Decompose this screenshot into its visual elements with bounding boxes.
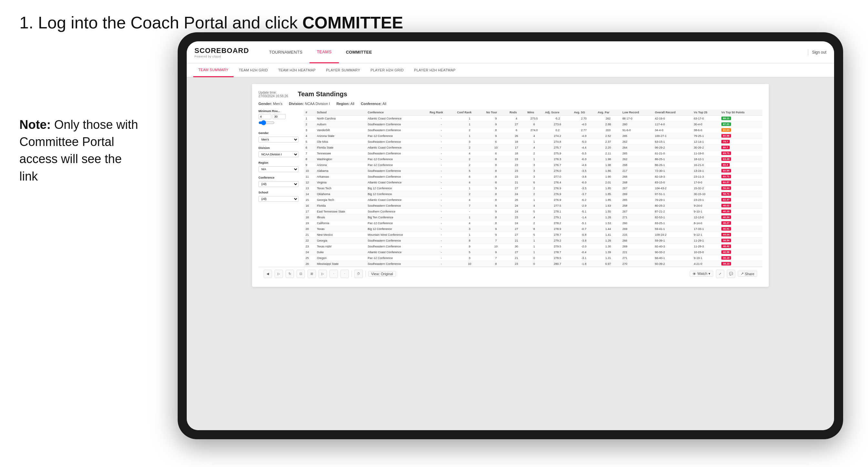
cell-rnds: 27 bbox=[508, 232, 526, 238]
toolbar-grid-btn[interactable]: ⊞ bbox=[308, 270, 316, 278]
watch-label: Watch ▾ bbox=[698, 272, 710, 276]
col-top25: Vs Top 25 bbox=[692, 110, 719, 116]
sub-nav-player-h2h-grid[interactable]: PLAYER H2H GRID bbox=[365, 63, 409, 77]
toolbar-divider bbox=[351, 271, 352, 277]
table-row: 1 North Carolina Atlantic Coast Conferen… bbox=[304, 116, 763, 121]
toolbar-back-btn[interactable]: ◀ bbox=[264, 270, 272, 278]
cell-avg-par: 1.30 bbox=[596, 244, 620, 249]
share-btn[interactable]: ↗ Share bbox=[738, 271, 757, 277]
cell-low-record: 270 bbox=[621, 261, 653, 267]
region-filter-label: Region bbox=[258, 161, 299, 164]
cell-conf-rank: - bbox=[455, 209, 484, 214]
sub-nav-team-h2h-grid[interactable]: TEAM H2H GRID bbox=[234, 63, 273, 77]
toolbar-copy-btn[interactable]: ⊡ bbox=[297, 270, 305, 278]
toolbar-clock-btn[interactable]: ⏱ bbox=[354, 270, 363, 278]
cell-pts: 48.02 bbox=[719, 203, 763, 209]
cell-conf-rank: 2 bbox=[455, 145, 484, 151]
cell-pts: 58.71 bbox=[719, 191, 763, 197]
region-select[interactable]: N/A bbox=[258, 166, 299, 172]
nav-teams[interactable]: TEAMS bbox=[309, 41, 339, 63]
logo-area: SCOREBOARD Powered by clippd bbox=[194, 46, 249, 58]
toolbar-dot1-btn[interactable]: · bbox=[330, 270, 338, 278]
view-original-btn[interactable]: View: Original bbox=[368, 271, 396, 277]
min-rounds-input[interactable] bbox=[258, 114, 271, 119]
cell-low-record: 269 bbox=[621, 244, 653, 249]
cell-rnds: 4 bbox=[508, 116, 526, 121]
watch-btn[interactable]: 👁 Watch ▾ bbox=[690, 271, 713, 277]
gender-select[interactable]: Men's bbox=[258, 136, 299, 143]
nav-committee[interactable]: COMMITTEE bbox=[339, 41, 379, 63]
cell-reg-rank: - bbox=[428, 232, 455, 238]
cell-pts: 60.94 bbox=[719, 168, 763, 174]
toolbar-forward-btn[interactable]: ▷ bbox=[275, 270, 283, 278]
cell-school: Arizona State bbox=[315, 133, 366, 139]
report-title: Team Standings bbox=[298, 90, 347, 98]
cell-no-tour: 9 bbox=[484, 121, 508, 127]
cell-avg-par: 1.55 bbox=[596, 209, 620, 214]
cell-low-record: 268 bbox=[621, 174, 653, 180]
sub-nav-team-summary[interactable]: TEAM SUMMARY bbox=[193, 63, 234, 77]
tablet-frame: SCOREBOARD Powered by clippd TOURNAMENTS… bbox=[178, 32, 843, 439]
sub-nav-team-h2h-heatmap[interactable]: TEAM H2H HEATMAP bbox=[273, 63, 321, 77]
filter-sidebar: Minimum Rou... Gender Men's bbox=[258, 110, 304, 267]
toolbar-comment-btn[interactable]: 💬 bbox=[727, 270, 735, 278]
report-panel: Update time: 27/03/2024 16:56:26 Team St… bbox=[252, 84, 769, 287]
cell-avg-par: 2.37 bbox=[596, 139, 620, 145]
cell-avg-sg: -3.8 bbox=[572, 238, 596, 244]
cell-reg-rank: - bbox=[428, 156, 455, 162]
conference-select[interactable]: (All) bbox=[258, 181, 299, 187]
cell-low-record: 268 bbox=[621, 180, 653, 185]
sub-nav-player-h2h-heatmap[interactable]: PLAYER H2H HEATMAP bbox=[409, 63, 461, 77]
sub-nav-player-summary[interactable]: PLAYER SUMMARY bbox=[321, 63, 365, 77]
cell-conf-rank: 5 bbox=[455, 249, 484, 255]
cell-school: Oregon bbox=[315, 255, 366, 261]
cell-adj-score: 280.7 bbox=[543, 261, 572, 267]
cell-conf-rank: 2 bbox=[455, 191, 484, 197]
cell-top25: 38-6-0 bbox=[692, 127, 719, 133]
cell-low-record: 88 17-0 bbox=[621, 116, 653, 121]
rounds-slider[interactable] bbox=[258, 119, 275, 126]
cell-avg-par: 203 bbox=[596, 127, 620, 133]
cell-conference: Mountain West Conference bbox=[366, 232, 428, 238]
cell-rank: 7 bbox=[304, 151, 315, 156]
cell-rank: 17 bbox=[304, 209, 315, 214]
sign-out-link[interactable]: Sign out bbox=[812, 50, 826, 55]
toolbar-refresh-btn[interactable]: ↻ bbox=[285, 270, 294, 278]
cell-avg-sg: -5.1 bbox=[572, 220, 596, 226]
cell-pts: 79.7 bbox=[719, 139, 763, 145]
step-instruction: 1. Log into the Coach Portal and click C… bbox=[20, 13, 403, 32]
cell-avg-par: 2.11 bbox=[596, 151, 620, 156]
cell-rank: 12 bbox=[304, 180, 315, 185]
toolbar-dot2-btn[interactable]: · bbox=[340, 270, 349, 278]
cell-low-record: 269 bbox=[621, 191, 653, 197]
cell-reg-rank: - bbox=[428, 209, 455, 214]
cell-avg-par: 1.63 bbox=[596, 203, 620, 209]
cell-conf-rank: 10 bbox=[455, 261, 484, 267]
cell-rank: 20 bbox=[304, 226, 315, 232]
max-rounds-input[interactable] bbox=[273, 114, 285, 119]
cell-avg-sg: -4.4 bbox=[572, 145, 596, 151]
cell-overall-record: 80-25-2 bbox=[653, 203, 692, 209]
school-select[interactable]: (All) bbox=[258, 196, 299, 202]
region-filter: Region N/A bbox=[258, 161, 299, 172]
table-row: 26 Mississippi State Southeastern Confer… bbox=[304, 261, 763, 267]
table-row: 22 Georgia Southeastern Conference - 8 7… bbox=[304, 238, 763, 244]
toolbar-expand-btn[interactable]: ⤢ bbox=[716, 270, 724, 278]
cell-low-record: 271 bbox=[621, 214, 653, 220]
cell-wins: 274.0 bbox=[525, 127, 543, 133]
cell-pts: 38.13 bbox=[719, 261, 763, 267]
col-reg-rank: Reg Rank bbox=[428, 110, 455, 116]
cell-no-tour: 8 bbox=[484, 220, 508, 226]
cell-school: Georgia Tech bbox=[315, 197, 366, 203]
cell-top25: 9-24-0 bbox=[692, 203, 719, 209]
cell-conf-rank: 5 bbox=[455, 168, 484, 174]
cell-pts: 60.57 bbox=[719, 180, 763, 185]
cell-school: Vanderbilt bbox=[315, 127, 366, 133]
gender-label: Gender: Men's bbox=[258, 102, 282, 105]
cell-top25: 30-26-2 bbox=[692, 145, 719, 151]
nav-tournaments[interactable]: TOURNAMENTS bbox=[262, 41, 309, 63]
toolbar-play-btn[interactable]: ▷ bbox=[318, 270, 327, 278]
division-select[interactable]: NCAA Division I bbox=[258, 152, 299, 157]
cell-rnds: 23 bbox=[508, 261, 526, 267]
cell-low-record: 271 bbox=[621, 255, 653, 261]
